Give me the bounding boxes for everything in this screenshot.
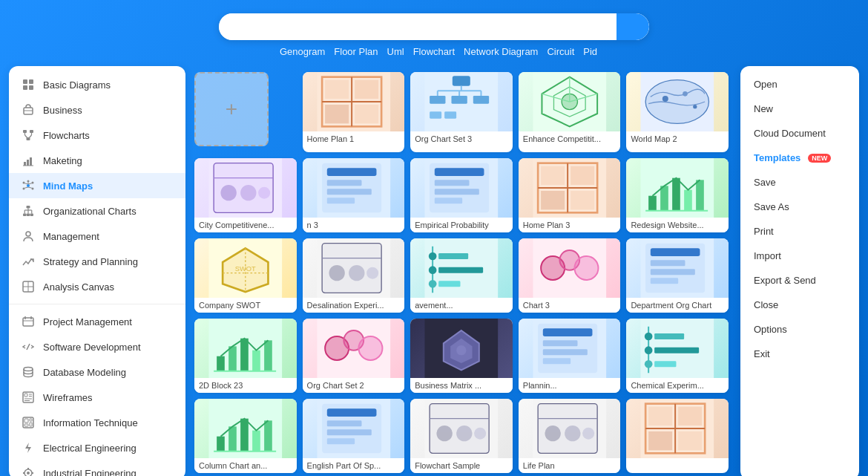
sidebar-item-flowcharts[interactable]: Flowcharts — [9, 123, 185, 148]
trending-tag-floor-plan[interactable]: Floor Plan — [334, 46, 378, 57]
svg-rect-78 — [355, 105, 378, 123]
template-card[interactable]: Chemical Experim... — [626, 319, 729, 393]
trending-tag-uml[interactable]: Uml — [387, 46, 404, 57]
right-panel-item-templates[interactable]: TemplatesNEW — [740, 146, 859, 170]
svg-point-212 — [474, 428, 486, 440]
right-panel-item-new[interactable]: New — [740, 97, 859, 121]
sidebar-item-management[interactable]: Management — [9, 224, 185, 249]
template-card[interactable]: Life Plan — [519, 399, 621, 473]
svg-rect-82 — [452, 96, 467, 104]
svg-rect-90 — [444, 111, 456, 118]
trending-tag-genogram[interactable]: Genogram — [280, 46, 325, 57]
search-button[interactable] — [617, 13, 649, 40]
sidebar-item-maketing[interactable]: Maketing — [9, 148, 185, 173]
right-panel-item-close[interactable]: Close — [740, 293, 859, 317]
right-panel-item-save-as[interactable]: Save As — [740, 195, 859, 219]
right-panel-item-save[interactable]: Save — [740, 170, 859, 195]
svg-rect-205 — [326, 429, 371, 435]
sidebar-label: Project Management — [43, 316, 132, 327]
right-panel-label: Exit — [754, 348, 770, 359]
sidebar-label: Business — [43, 105, 82, 116]
sidebar-label: Software Development — [43, 342, 141, 353]
svg-point-144 — [329, 265, 344, 281]
template-thumbnail — [410, 399, 513, 458]
svg-rect-195 — [217, 437, 225, 451]
template-card[interactable]: Org Chart Set 3 — [410, 72, 513, 152]
template-card[interactable]: Plannin... — [519, 319, 621, 393]
template-card[interactable]: Desalination Experi... — [303, 238, 405, 313]
add-new-button[interactable]: + — [194, 72, 269, 146]
sidebar-item-mind-maps[interactable]: Mind Maps — [9, 173, 185, 198]
right-panel-label: Export & Send — [754, 275, 816, 286]
right-panel-item-cloud[interactable]: Cloud Document — [740, 121, 859, 146]
template-card[interactable]: Business Matrix ... — [410, 319, 513, 393]
main-layout: Basic Diagrams Business Flowcharts Maket… — [0, 66, 868, 476]
right-panel-item-print[interactable]: Print — [740, 219, 859, 244]
template-thumbnail — [626, 319, 729, 378]
svg-point-192 — [645, 360, 653, 368]
sidebar-item-info-tech[interactable]: Information Technique — [9, 410, 185, 435]
template-card[interactable]: City Competitivene... — [194, 158, 297, 232]
template-card[interactable]: Flowchart Sample — [410, 399, 513, 473]
svg-rect-112 — [326, 180, 361, 186]
sidebar-item-basic-diagrams[interactable]: Basic Diagrams — [9, 72, 185, 97]
template-card[interactable]: Org Chart Set 2 — [303, 319, 405, 393]
template-card[interactable]: Home Plan 1 — [303, 72, 405, 152]
template-card[interactable]: n 3 — [303, 158, 405, 232]
sidebar-item-business[interactable]: Business — [9, 97, 185, 123]
right-panel-label: Options — [754, 324, 787, 335]
template-thumbnail — [303, 319, 405, 378]
sidebar-item-org-charts[interactable]: Organizational Charts — [9, 198, 185, 224]
svg-rect-80 — [453, 76, 470, 85]
svg-rect-161 — [651, 248, 700, 256]
svg-rect-30 — [27, 214, 30, 217]
right-panel-item-export[interactable]: Export & Send — [740, 268, 859, 293]
industrial-icon — [21, 466, 36, 476]
template-card[interactable]: SWOT Company SWOT — [194, 238, 297, 313]
sidebar-item-analysis[interactable]: Analysis Canvas — [9, 274, 185, 299]
right-panel-item-import[interactable]: Import — [740, 244, 859, 268]
mind-icon — [21, 178, 36, 193]
svg-rect-204 — [326, 420, 361, 426]
right-panel-item-options[interactable]: Options — [740, 317, 859, 342]
trending-tag-flowchart[interactable]: Flowchart — [413, 46, 455, 57]
sidebar-item-industrial[interactable]: Industrial Engineering — [9, 460, 185, 476]
template-label: Home Plan 3 — [519, 218, 621, 232]
svg-point-101 — [683, 91, 688, 97]
right-panel-item-exit[interactable]: Exit — [740, 342, 859, 366]
trending-tag-network-diagram[interactable]: Network Diagram — [464, 46, 538, 57]
svg-rect-119 — [435, 189, 479, 195]
template-card[interactable]: Home Plan 3 — [519, 158, 621, 232]
svg-point-19 — [32, 182, 34, 184]
search-input[interactable] — [219, 13, 617, 40]
template-card[interactable]: Redesign Website... — [626, 158, 729, 232]
template-card[interactable]: Chart 3 — [519, 238, 621, 313]
trending-tag-circuit[interactable]: Circuit — [547, 46, 574, 57]
svg-rect-191 — [655, 348, 700, 353]
sidebar-item-database[interactable]: Database Modeling — [9, 359, 185, 385]
template-card[interactable]: avement... — [410, 238, 513, 313]
sidebar-item-strategy[interactable]: Strategy and Planning — [9, 249, 185, 274]
template-card[interactable]: English Part Of Sp... — [303, 399, 405, 473]
template-thumbnail — [303, 238, 405, 298]
sidebar-item-electrical[interactable]: Electrical Engineering — [9, 435, 185, 460]
sidebar-item-project-mgmt[interactable]: Project Management — [9, 309, 185, 334]
sidebar-label: Mind Maps — [43, 180, 93, 192]
svg-point-149 — [429, 252, 437, 261]
sidebar-item-wireframes[interactable]: Wireframes — [9, 385, 185, 410]
template-card[interactable]: 2D Block 23 — [194, 319, 297, 393]
svg-point-17 — [27, 184, 30, 187]
template-card[interactable]: World Map 2 — [626, 72, 729, 152]
trending-tag-pid[interactable]: Pid — [583, 46, 597, 57]
svg-point-151 — [429, 266, 437, 274]
template-card[interactable] — [626, 399, 729, 473]
template-thumbnail — [410, 158, 513, 218]
template-card[interactable]: Enhance Competitit... — [519, 72, 621, 152]
right-panel-item-open[interactable]: Open — [740, 72, 859, 97]
template-thumbnail — [519, 319, 621, 378]
template-card[interactable]: Column Chart an... — [194, 399, 297, 473]
template-card[interactable]: Department Org Chart — [626, 238, 729, 313]
sidebar-item-software-dev[interactable]: Software Development — [9, 334, 185, 359]
template-card[interactable]: Empirical Probability — [410, 158, 513, 232]
svg-rect-198 — [252, 431, 260, 451]
